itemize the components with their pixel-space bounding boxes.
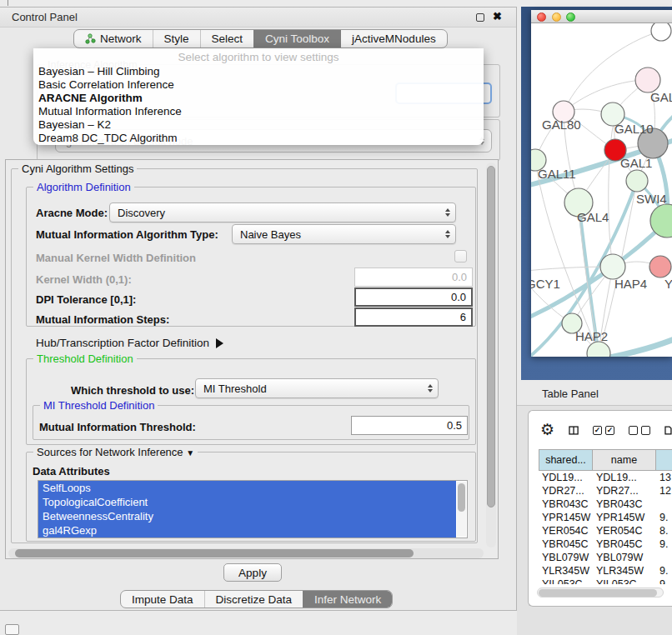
table-row[interactable]: YBR045CYBR045C9. [539,538,672,551]
table-cell [656,498,672,511]
tab-infer-network[interactable]: Infer Network [303,591,392,608]
table-panel: ⚙ ✓✓ shared... name YDL19...YDL19...13YD… [528,410,672,607]
cyni-bottom-tabs: Impute Data Discretize Data Infer Networ… [120,590,393,608]
algorithm-dropdown-popup: Select algorithm to view settings Bayesi… [33,48,484,145]
settings-vscroll-thumb[interactable] [487,166,495,508]
control-panel: Control Panel ✖ Network Style Select Cyn… [0,7,517,611]
network-node-label: HAP4 [614,277,647,291]
float-panel-icon[interactable] [476,13,484,22]
table-row[interactable]: YBR043CYBR043C [539,498,672,511]
which-threshold-label: Which threshold to use: [71,384,194,397]
tab-impute-data[interactable]: Impute Data [121,591,204,608]
aracne-mode-combo[interactable]: Discovery [109,202,456,222]
network-node-label: GCY1 [531,277,560,291]
hub-definition-expander[interactable]: Hub/Transcription Factor Definition [36,337,223,349]
table-cell: YER054C [593,524,656,538]
attribute-list-item[interactable]: gal4RGexp [38,523,456,538]
table-cell: YBL079W [539,551,593,564]
table-cell: YIL053C [593,578,656,584]
table-horizontal-scrollbar[interactable] [537,588,664,598]
dpi-tolerance-field[interactable]: 0.0 [354,288,473,307]
table-row[interactable]: YBL079WYBL079W [539,551,672,564]
deselect-all-checks-icon[interactable] [629,426,650,435]
table-row[interactable]: YIL053CYIL053C9. [539,578,672,584]
algorithm-option[interactable]: Basic Correlation Inference [33,78,484,92]
algorithm-option[interactable]: Bayesian – Hill Climbing [33,65,484,78]
attribute-list-item[interactable]: BetweennessCentrality [38,509,456,523]
algorithm-option[interactable]: Bayesian – K2 [33,118,484,132]
manual-kernel-checkbox[interactable] [454,250,467,262]
attributes-scrollbar-thumb[interactable] [458,483,465,512]
mi-threshold-field[interactable]: 0.5 [351,416,468,435]
kernel-width-field[interactable]: 0.0 [354,268,473,287]
network-edge[interactable] [531,221,667,320]
table-hscroll-thumb[interactable] [539,589,657,597]
column-header-shared-name[interactable]: shared... [539,449,593,471]
network-node[interactable] [651,23,671,41]
tab-network[interactable]: Network [74,30,153,48]
which-threshold-combo[interactable]: MI Threshold [195,378,439,398]
app-frame-tick [8,0,8,6]
window-minimize-button[interactable] [552,12,561,22]
column-header-clipped[interactable] [656,449,672,471]
algorithm-option[interactable]: Mutual Information Inference [33,105,484,118]
network-node-label: HAP2 [575,329,608,343]
apply-button[interactable]: Apply [223,563,282,582]
network-node-label: Y [664,277,672,291]
window-close-button[interactable] [537,12,546,22]
table-cell [656,551,672,564]
column-header-name[interactable]: name [593,449,656,471]
settings-hscroll-thumb[interactable] [15,549,414,558]
mi-type-combo[interactable]: Naive Bayes [232,224,456,244]
network-node[interactable] [635,68,660,92]
collapsed-panel-button[interactable] [5,624,19,635]
collapse-down-icon[interactable]: ▼ [186,448,194,458]
network-node[interactable] [600,254,625,279]
tab-jactivemnodules[interactable]: jActiveMNodules [340,30,447,48]
attribute-list-item[interactable]: SelfLoops [38,481,456,495]
algorithm-option[interactable]: ARACNE Algorithm [33,92,484,105]
network-node[interactable] [626,170,648,192]
table-cell: 8. [656,524,672,538]
network-window-titlebar [531,10,672,23]
network-node-label: SWI4 [636,192,667,206]
table-cell: 9. [656,538,672,551]
table-body: YDL19...YDL19...13YDR27...YDR27...12YBR0… [539,471,672,584]
tab-select[interactable]: Select [200,30,254,48]
algorithm-option[interactable]: Dream8 DC_TDC Algorithm [33,132,484,145]
settings-horizontal-scrollbar[interactable] [8,548,484,558]
settings-vertical-scrollbar[interactable] [486,162,496,548]
threshold-definition-title: Threshold Definition [33,352,137,365]
attribute-list-item[interactable]: TopologicalCoefficient [38,495,456,509]
table-row[interactable]: YLR345WYLR345W9. [539,564,672,578]
expander-right-icon [216,338,223,348]
combo-arrows-icon [445,208,450,218]
select-all-checks-icon[interactable]: ✓✓ [593,426,614,435]
gear-icon[interactable]: ⚙ [540,422,554,438]
table-row[interactable]: YPR145WYPR145W9. [539,511,672,524]
close-panel-icon[interactable]: ✖ [493,10,502,22]
table-cell: 12 [656,484,672,498]
attributes-scrollbar[interactable] [457,482,466,537]
control-panel-titlebar: Control Panel ✖ [0,8,516,28]
table-row[interactable]: YDR27...YDR27...12 [539,484,672,498]
document-icon[interactable] [664,423,672,438]
manual-kernel-label: Manual Kernel Width Definition [36,252,196,264]
table-row[interactable]: YER054CYER054C8. [539,524,672,538]
table-cell: YDL19... [593,471,656,484]
network-canvas[interactable]: GALGAL80GAL10GAL1GAL11SWI4GAL4GCY1HAP4YH… [531,23,672,357]
tab-discretize-data[interactable]: Discretize Data [204,591,303,608]
mi-steps-field[interactable]: 6 [354,308,473,327]
network-node-label: GAL10 [614,122,654,136]
table-row[interactable]: YDL19...YDL19...13 [539,471,672,484]
window-zoom-button[interactable] [566,12,575,22]
tab-style[interactable]: Style [153,30,200,48]
cyni-settings-scrollpane: Cyni Algorithm Settings Algorithm Defini… [5,159,499,559]
network-node[interactable] [649,256,671,278]
tab-cyni-toolbox[interactable]: Cyni Toolbox [253,30,340,48]
mi-steps-label: Mutual Information Steps: [36,313,169,326]
algorithm-dropdown-list: Bayesian – Hill ClimbingBasic Correlatio… [33,65,484,145]
columns-icon[interactable] [569,423,579,438]
network-graph[interactable]: GALGAL80GAL10GAL1GAL11SWI4GAL4GCY1HAP4YH… [531,23,672,357]
table-cell: YLR345W [593,564,656,578]
